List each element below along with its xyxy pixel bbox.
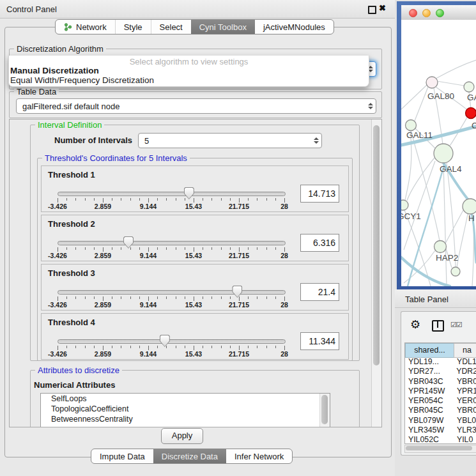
table-data-combobox[interactable]: galFiltered.sif default node <box>16 98 376 114</box>
minimize-traffic-light[interactable] <box>422 9 431 17</box>
close-traffic-light[interactable] <box>409 9 417 17</box>
scale-label: 9.144 <box>140 252 157 259</box>
table-row[interactable]: YDR27...YDR2 <box>405 367 476 376</box>
table-horizontal-scrollbar[interactable] <box>404 445 476 453</box>
tab-discretize-data[interactable]: Discretize Data <box>153 449 226 463</box>
attributes-list-scrollbar[interactable] <box>319 394 330 427</box>
table-row[interactable]: YIL052CYIL0 <box>405 435 476 444</box>
network-node[interactable] <box>451 267 460 276</box>
select-columns-icon[interactable]: ☑☑ <box>450 321 462 329</box>
scale-label: 15.43 <box>185 301 202 309</box>
tab-cyni-toolbox[interactable]: Cyni Toolbox <box>191 20 255 34</box>
combo-arrows-icon <box>365 103 376 109</box>
table-row[interactable]: YBL079WYBL0 <box>405 416 476 426</box>
threshold-2-value-field[interactable]: 6.316 <box>300 234 339 252</box>
columns-icon[interactable] <box>432 320 444 332</box>
settings-vertical-scrollbar[interactable] <box>371 119 381 427</box>
attribute-item-selfloops[interactable]: SelfLoops <box>41 394 330 404</box>
table-row[interactable]: YLR345WYLR3 <box>405 426 476 435</box>
table-row[interactable]: YPR145WYPR1 <box>405 387 476 396</box>
gear-icon[interactable]: ⚙ <box>410 318 420 332</box>
network-node-gal80[interactable] <box>426 77 438 88</box>
table-panel-title: Table Panel <box>405 295 449 304</box>
scale-label: -3.426 <box>48 203 67 210</box>
threshold-1-value-field[interactable]: 14.713 <box>300 185 339 203</box>
scale-label: 9.144 <box>140 203 157 210</box>
apply-button[interactable]: Apply <box>161 428 203 444</box>
tab-select[interactable]: Select <box>151 20 191 34</box>
table-row[interactable]: YBR045CYBR0 <box>405 406 476 415</box>
attribute-item-topologicalcoefficient[interactable]: TopologicalCoefficient <box>41 404 330 414</box>
threshold-3-value-field[interactable]: 21.4 <box>300 283 339 301</box>
cell-name: YPR1 <box>457 387 476 396</box>
column-header-name[interactable]: na <box>454 343 476 358</box>
interval-definition-title: Interval Definition <box>35 120 104 130</box>
cell-name: YLR3 <box>457 426 476 435</box>
network-heavy-edge <box>408 163 445 286</box>
numerical-attributes-list: SelfLoopsTopologicalCoefficientBetweenne… <box>40 393 330 427</box>
table-data-title: Table Data <box>14 87 59 96</box>
scale-label: 15.43 <box>185 350 202 358</box>
threshold-4-value-field[interactable]: 11.344 <box>300 332 339 350</box>
cell-shared-name: YBR045C <box>405 406 457 415</box>
network-canvas[interactable]: GAL80GACGAL11GAL4GCY1HHAP2 <box>401 20 476 286</box>
slider-scale-labels: -3.4262.8599.14415.4321.71528 <box>58 203 284 210</box>
attribute-item-betweennesscentrality[interactable]: BetweennessCentrality <box>41 414 330 424</box>
cell-shared-name: YIL052C <box>405 435 457 444</box>
close-panel-icon[interactable]: ✖ <box>379 3 386 13</box>
control-panel-titlebar: Control Panel ✖ <box>0 0 395 19</box>
network-node-gal11[interactable] <box>406 120 417 131</box>
scale-label: 21.715 <box>229 203 249 210</box>
table-row[interactable]: YER054CYER0 <box>405 396 476 406</box>
popup-item-equal-width-frequency[interactable]: Equal Width/Frequency Discretization <box>10 75 154 85</box>
network-node-gal4[interactable] <box>434 144 453 163</box>
network-node-label: C <box>472 121 476 130</box>
slider-scale-labels: -3.4262.8599.14415.4321.71528 <box>58 350 284 358</box>
table-row[interactable]: YBR043CYBR0 <box>405 377 476 387</box>
network-node-c[interactable] <box>466 108 476 119</box>
threshold-4-slider[interactable] <box>58 339 286 344</box>
table-row[interactable]: YDL19...YDL1 <box>405 357 476 367</box>
scale-label: 15.43 <box>185 203 202 210</box>
scale-label: 21.715 <box>229 350 249 358</box>
threshold-1-slider[interactable] <box>58 192 286 196</box>
scale-label: 28 <box>280 350 288 358</box>
threshold-1-label: Threshold 1 <box>48 170 95 180</box>
network-node-ga[interactable] <box>464 82 474 92</box>
tab-label: Style <box>124 22 142 32</box>
threshold-2-slider[interactable] <box>58 241 286 245</box>
network-node-gcy1[interactable] <box>401 200 408 210</box>
tab-infer-network[interactable]: Infer Network <box>226 449 292 463</box>
float-panel-icon[interactable] <box>368 6 376 14</box>
tab-network[interactable]: Network <box>56 20 115 34</box>
scale-label: -3.426 <box>48 350 67 358</box>
tab-label: Infer Network <box>234 452 284 461</box>
popup-item-manual-discretization[interactable]: Manual Discretization <box>10 66 99 75</box>
network-node-label: HAP2 <box>436 253 458 263</box>
number-of-intervals-combobox[interactable]: 5 <box>138 133 322 148</box>
network-window-titlebar[interactable] <box>401 5 476 20</box>
control-panel-tabs: NetworkStyleSelectCyni ToolboxjActiveMNo… <box>55 19 334 35</box>
network-node-label: GAL4 <box>440 164 462 174</box>
column-header-shared-name[interactable]: shared... <box>405 343 454 358</box>
cell-shared-name: YLR345W <box>405 426 457 435</box>
cell-shared-name: YDR27... <box>405 367 456 376</box>
threshold-3-slider[interactable] <box>58 290 286 295</box>
numerical-attributes-label: Numerical Attributes <box>34 380 115 390</box>
thresholds-section-title: Threshold's Coordinates for 5 Intervals <box>42 153 190 163</box>
tab-style[interactable]: Style <box>115 20 151 34</box>
network-node-label: GCY1 <box>401 211 421 221</box>
tab-label: jActiveMNodules <box>263 22 325 32</box>
tab-jactivemnodules[interactable]: jActiveMNodules <box>255 20 334 34</box>
cell-name: YDR2 <box>456 367 476 376</box>
network-edge <box>437 81 464 86</box>
algorithm-dropdown-popup: Select algorithm to view settings Manual… <box>8 56 369 87</box>
network-node-h[interactable] <box>463 199 476 214</box>
network-graph: GAL80GACGAL11GAL4GCY1HHAP2 <box>401 20 476 286</box>
tab-impute-data[interactable]: Impute Data <box>91 449 153 463</box>
cell-name: YER0 <box>457 396 476 406</box>
network-node-hap2[interactable] <box>434 241 447 253</box>
zoom-traffic-light[interactable] <box>436 9 444 17</box>
network-node-label: GAL80 <box>427 91 454 101</box>
scale-label: 21.715 <box>229 301 249 309</box>
